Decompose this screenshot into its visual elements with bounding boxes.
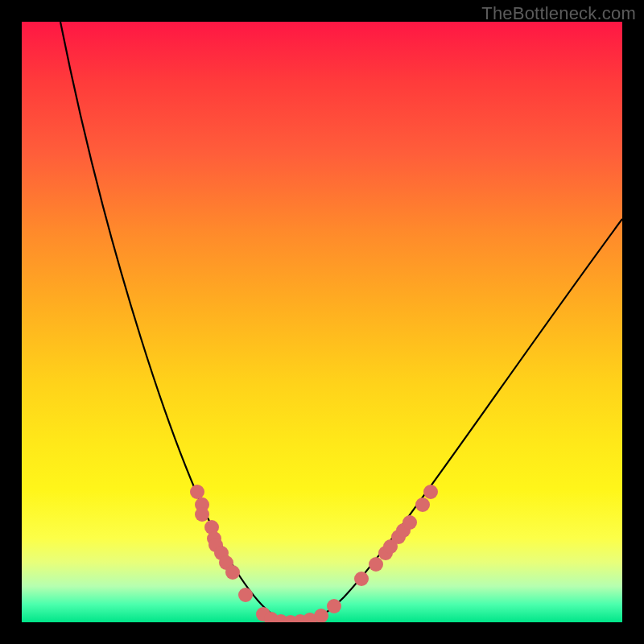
data-marker [369,557,383,572]
data-marker [195,507,209,522]
data-marker [402,515,417,530]
data-markers [190,485,438,622]
data-marker [238,588,253,602]
watermark-text: TheBottleneck.com [481,3,636,24]
data-marker [423,485,438,499]
data-marker [354,572,369,586]
data-marker [327,599,341,613]
data-marker [190,485,204,499]
chart-svg [22,22,622,622]
data-marker [415,497,430,512]
data-marker [314,609,328,622]
data-marker [225,565,240,580]
chart-plot-area [22,22,622,622]
bottleneck-curve [60,22,622,622]
